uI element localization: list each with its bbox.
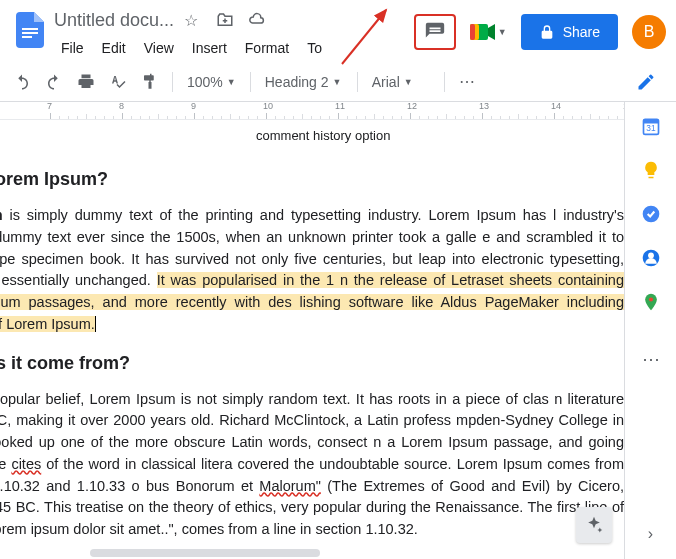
side-panel: 31 ⋯ › (624, 102, 676, 559)
doc-title[interactable]: Untitled docu... (54, 10, 174, 31)
star-icon[interactable]: ☆ (184, 11, 202, 29)
share-button[interactable]: Share (521, 14, 618, 50)
zoom-select[interactable]: 100%▼ (181, 74, 242, 90)
menu-format[interactable]: Format (238, 36, 296, 60)
explore-button[interactable] (576, 507, 612, 543)
chevron-down-icon: ▼ (498, 27, 507, 37)
print-button[interactable] (72, 68, 100, 96)
ruler[interactable]: 789101112131415 (0, 102, 624, 120)
font-select[interactable]: Arial▼ (366, 74, 436, 90)
docs-logo[interactable] (10, 10, 50, 50)
redo-button[interactable] (40, 68, 68, 96)
undo-button[interactable] (8, 68, 36, 96)
svg-rect-0 (22, 28, 38, 30)
avatar[interactable]: B (632, 15, 666, 49)
spellcheck-button[interactable] (104, 68, 132, 96)
heading-1: hat is Lorem Ipsum? (0, 166, 624, 193)
cloud-status-icon[interactable] (248, 11, 266, 29)
horizontal-scrollbar[interactable] (90, 549, 320, 557)
calendar-icon[interactable]: 31 (641, 116, 661, 136)
mode-button[interactable] (632, 68, 660, 96)
addons-icon[interactable]: ⋯ (641, 348, 661, 368)
tasks-icon[interactable] (641, 204, 661, 224)
menu-insert[interactable]: Insert (185, 36, 234, 60)
svg-rect-1 (22, 32, 38, 34)
svg-rect-5 (470, 24, 475, 40)
comment-history-button[interactable] (414, 14, 456, 50)
keep-icon[interactable] (641, 160, 661, 180)
document-body[interactable]: hat is Lorem Ipsum? em Ipsum is simply d… (0, 120, 624, 559)
menu-bar: File Edit View Insert Format To (54, 36, 414, 60)
annotation-label: comment history option (256, 128, 390, 143)
heading-2: ere does it come from? (0, 350, 624, 377)
paint-format-button[interactable] (136, 68, 164, 96)
meet-button[interactable]: ▼ (470, 21, 507, 43)
menu-edit[interactable]: Edit (95, 36, 133, 60)
svg-point-13 (648, 297, 652, 301)
move-icon[interactable] (216, 11, 234, 29)
menu-tools[interactable]: To (300, 36, 329, 60)
svg-rect-2 (22, 36, 32, 38)
paragraph-1: em Ipsum is simply dummy text of the pri… (0, 205, 624, 336)
svg-point-12 (648, 253, 654, 259)
more-tools-button[interactable]: ⋯ (453, 68, 481, 96)
style-select[interactable]: Heading 2▼ (259, 74, 349, 90)
menu-file[interactable]: File (54, 36, 91, 60)
paragraph-2: ntrary to popular belief, Lorem Ipsum is… (0, 389, 624, 541)
contacts-icon[interactable] (641, 248, 661, 268)
menu-view[interactable]: View (137, 36, 181, 60)
share-label: Share (563, 24, 600, 40)
maps-icon[interactable] (641, 292, 661, 312)
toolbar: 100%▼ Heading 2▼ Arial▼ ⋯ (0, 62, 676, 102)
collapse-panel-button[interactable]: › (648, 525, 653, 543)
svg-text:31: 31 (646, 123, 656, 133)
